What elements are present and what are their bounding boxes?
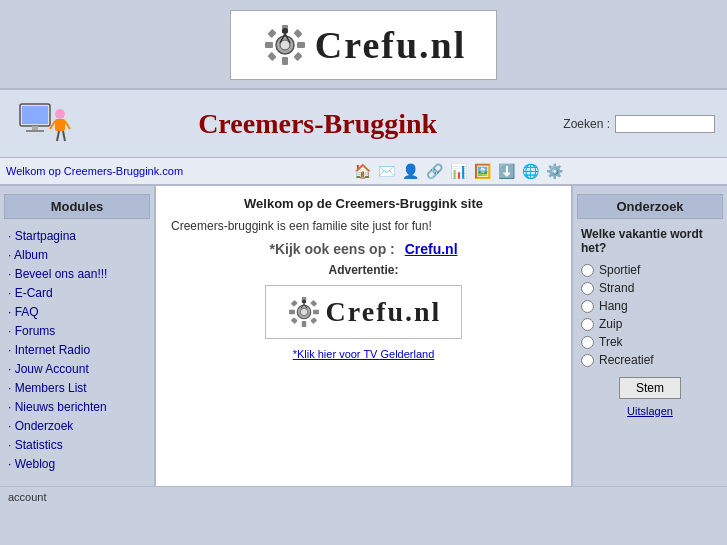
- settings-icon[interactable]: ⚙️: [544, 161, 564, 181]
- svg-rect-34: [310, 317, 317, 324]
- svg-rect-30: [313, 310, 319, 315]
- home-icon[interactable]: 🏠: [352, 161, 372, 181]
- svg-point-35: [302, 300, 306, 304]
- svg-line-22: [65, 121, 70, 129]
- account-text: account: [8, 491, 47, 503]
- user-icon[interactable]: 👤: [400, 161, 420, 181]
- chart-icon[interactable]: 📊: [448, 161, 468, 181]
- poll-options: SportiefStrandHangZuipTrekRecreatief: [577, 263, 723, 367]
- ad-logo-box: Crefu.nl: [171, 285, 556, 339]
- nav-icons-bar: Welkom op Creemers-Bruggink.com 🏠 ✉️ 👤 🔗…: [0, 158, 727, 186]
- sidebar-menu-item[interactable]: · Members List: [4, 379, 150, 397]
- onderzoek-header: Onderzoek: [577, 194, 723, 219]
- poll-option: Strand: [577, 281, 723, 295]
- ad-gear-icon: [286, 294, 322, 330]
- download-icon[interactable]: ⬇️: [496, 161, 516, 181]
- poll-option: Sportief: [577, 263, 723, 277]
- ad-logo-text: Crefu.nl: [326, 296, 442, 328]
- right-sidebar: Onderzoek Welke vakantie wordt het? Spor…: [572, 186, 727, 486]
- header-logo: Crefu.nl: [230, 10, 497, 80]
- look-at-prefix: *Kijk ook eens op :: [269, 241, 394, 257]
- svg-rect-28: [301, 321, 306, 327]
- svg-rect-32: [310, 300, 317, 307]
- look-at-section: *Kijk ook eens op : Crefu.nl: [171, 241, 556, 257]
- center-content: Welkom op de Creemers-Bruggink site Cree…: [155, 186, 572, 486]
- svg-rect-20: [55, 119, 65, 131]
- poll-option: Trek: [577, 335, 723, 349]
- svg-point-10: [282, 28, 288, 34]
- poll-option: Hang: [577, 299, 723, 313]
- uitslagen-link[interactable]: Uitslagen: [577, 405, 723, 417]
- header-gear-icon: [261, 21, 309, 69]
- svg-rect-8: [267, 52, 276, 61]
- svg-rect-5: [297, 42, 305, 48]
- sidebar-menu-item[interactable]: · Internet Radio: [4, 341, 150, 359]
- svg-rect-16: [22, 106, 48, 124]
- site-title: Creemers-Bruggink: [72, 108, 563, 140]
- poll-question: Welke vakantie wordt het?: [577, 227, 723, 255]
- sidebar-menu-item[interactable]: · Statistics: [4, 436, 150, 454]
- globe-icon[interactable]: 🌐: [520, 161, 540, 181]
- sidebar-menu-item[interactable]: · FAQ: [4, 303, 150, 321]
- svg-rect-9: [293, 52, 302, 61]
- poll-radio-5[interactable]: [581, 354, 594, 367]
- sidebar-menu-item[interactable]: · E-Card: [4, 284, 150, 302]
- header: Crefu.nl: [0, 0, 727, 88]
- svg-line-23: [57, 131, 59, 141]
- modules-header: Modules: [4, 194, 150, 219]
- left-sidebar: Modules · Startpagina· Album· Beveel ons…: [0, 186, 155, 486]
- svg-point-26: [300, 308, 308, 316]
- sidebar-menu-item[interactable]: · Forums: [4, 322, 150, 340]
- poll-radio-4[interactable]: [581, 336, 594, 349]
- ad-logo-inner: Crefu.nl: [265, 285, 463, 339]
- link-icon[interactable]: 🔗: [424, 161, 444, 181]
- svg-rect-31: [290, 300, 297, 307]
- svg-rect-4: [265, 42, 273, 48]
- svg-rect-6: [267, 29, 276, 38]
- welcome-text: Creemers-bruggink is een familie site ju…: [171, 219, 556, 233]
- search-area: Zoeken :: [563, 115, 715, 133]
- sidebar-menu-item[interactable]: · Onderzoek: [4, 417, 150, 435]
- tv-gelderland-link[interactable]: *Klik hier voor TV Gelderland: [293, 348, 435, 360]
- sidebar-menu-item[interactable]: · Weblog: [4, 455, 150, 473]
- site-person-icon: [12, 96, 72, 151]
- poll-option: Recreatief: [577, 353, 723, 367]
- poll-option: Zuip: [577, 317, 723, 331]
- sidebar-menu-item[interactable]: · Album: [4, 246, 150, 264]
- sidebar-menu-item[interactable]: · Jouw Account: [4, 360, 150, 378]
- mail-icon[interactable]: ✉️: [376, 161, 396, 181]
- search-label: Zoeken :: [563, 117, 610, 131]
- footer-bar: account: [0, 486, 727, 507]
- header-logo-text: Crefu.nl: [315, 23, 466, 67]
- svg-point-19: [55, 109, 65, 119]
- crefu-link[interactable]: Crefu.nl: [405, 241, 458, 257]
- main-layout: Modules · Startpagina· Album· Beveel ons…: [0, 186, 727, 486]
- sidebar-menu-item[interactable]: · Beveel ons aan!!!: [4, 265, 150, 283]
- advertentie-label: Advertentie:: [171, 263, 556, 277]
- poll-radio-2[interactable]: [581, 300, 594, 313]
- poll-radio-3[interactable]: [581, 318, 594, 331]
- welcome-title: Welkom op de Creemers-Bruggink site: [171, 196, 556, 211]
- sidebar-menu: · Startpagina· Album· Beveel ons aan!!!·…: [4, 227, 150, 473]
- svg-rect-29: [289, 310, 295, 315]
- image-icon[interactable]: 🖼️: [472, 161, 492, 181]
- svg-rect-33: [290, 317, 297, 324]
- svg-line-24: [63, 131, 65, 141]
- svg-rect-3: [282, 57, 288, 65]
- sidebar-menu-item[interactable]: · Nieuws berichten: [4, 398, 150, 416]
- svg-rect-7: [293, 29, 302, 38]
- poll-radio-0[interactable]: [581, 264, 594, 277]
- svg-rect-18: [26, 130, 44, 132]
- vote-button[interactable]: Stem: [619, 377, 681, 399]
- sidebar-menu-item[interactable]: · Startpagina: [4, 227, 150, 245]
- search-input[interactable]: [615, 115, 715, 133]
- poll-radio-1[interactable]: [581, 282, 594, 295]
- subtitle-bar: Creemers-Bruggink Zoeken :: [0, 88, 727, 158]
- welcome-link[interactable]: Welkom op Creemers-Bruggink.com: [6, 165, 183, 177]
